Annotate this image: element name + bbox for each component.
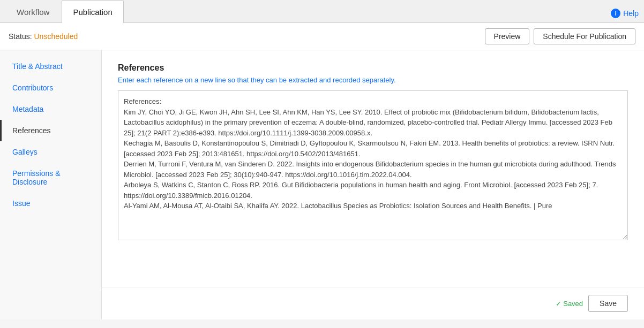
section-title: References (118, 63, 628, 73)
save-button[interactable]: Save (588, 295, 628, 312)
sidebar-item-galleys[interactable]: Galleys (0, 141, 101, 163)
sidebar-item-contributors[interactable]: Contributors (0, 77, 101, 98)
status-actions: Preview Schedule For Publication (485, 28, 635, 44)
content-footer: ✓ Saved Save (102, 287, 644, 319)
saved-indicator: ✓ Saved (556, 300, 583, 308)
sidebar-item-issue[interactable]: Issue (0, 193, 101, 214)
sidebar-item-references[interactable]: References (0, 120, 101, 141)
sidebar-item-permissions-disclosure[interactable]: Permissions & Disclosure (0, 163, 101, 193)
content-area: References Enter each reference on a new… (102, 50, 644, 287)
tab-workflow[interactable]: Workflow (5, 1, 61, 23)
help-button[interactable]: i Help (611, 9, 639, 22)
schedule-button[interactable]: Schedule For Publication (534, 28, 635, 44)
help-label: Help (623, 9, 639, 18)
status-label: Status: (9, 32, 32, 41)
status-text: Status: Unscheduled (9, 32, 78, 41)
sidebar: Title & Abstract Contributors Metadata R… (0, 50, 102, 319)
sidebar-item-metadata[interactable]: Metadata (0, 98, 101, 120)
main-layout: Title & Abstract Contributors Metadata R… (0, 50, 644, 319)
status-value: Unscheduled (34, 32, 78, 41)
tab-bar: Workflow Publication i Help (0, 0, 644, 23)
status-bar: Status: Unscheduled Preview Schedule For… (0, 23, 644, 50)
references-textarea[interactable] (118, 90, 628, 240)
content-wrapper: References Enter each reference on a new… (102, 50, 644, 319)
help-icon: i (611, 9, 620, 18)
sidebar-item-title-abstract[interactable]: Title & Abstract (0, 56, 101, 77)
preview-button[interactable]: Preview (485, 28, 530, 44)
tab-publication[interactable]: Publication (62, 1, 123, 23)
section-description: Enter each reference on a new line so th… (118, 76, 628, 84)
